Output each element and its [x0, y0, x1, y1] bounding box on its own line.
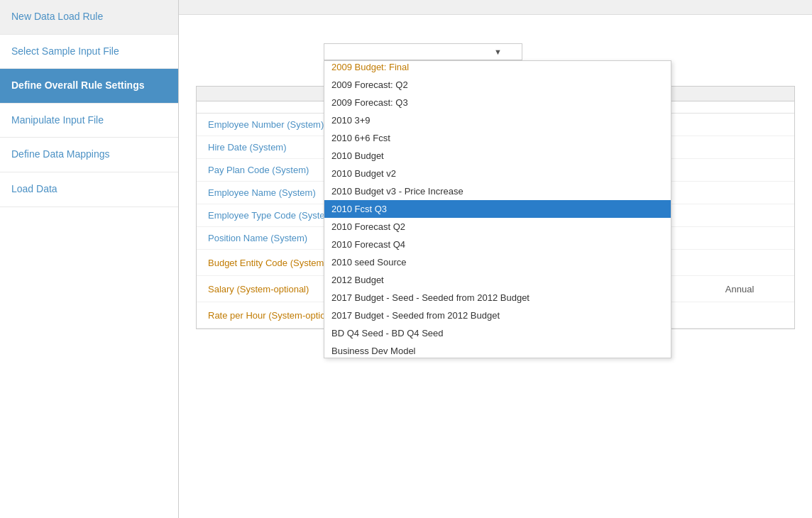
breadcrumb — [179, 0, 812, 15]
optional-col3-cell — [707, 250, 794, 276]
col3-cell — [707, 227, 794, 250]
dropdown-item-2012-budget[interactable]: 2012 Budget — [324, 271, 671, 289]
scenario-select-wrapper: ▼ Select a ScenarioDefault Scenario2009 … — [324, 43, 522, 60]
content-area: ▼ Select a ScenarioDefault Scenario2009 … — [179, 15, 812, 518]
dropdown-arrow-icon: ▼ — [494, 48, 502, 56]
col3-header — [707, 101, 794, 114]
col3-cell — [707, 159, 794, 182]
sidebar-item-define-overall-rule-settings[interactable]: Define Overall Rule Settings — [0, 69, 178, 104]
dropdown-item-2010-budget-v2[interactable]: 2010 Budget v2 — [324, 165, 671, 182]
dropdown-item-2010-seed-source[interactable]: 2010 seed Source — [324, 253, 671, 271]
dropdown-item-2009-budget-final[interactable]: 2009 Budget: Final — [324, 60, 671, 76]
sidebar-item-define-data-mappings[interactable]: Define Data Mappings — [0, 138, 178, 172]
dropdown-item-2009-forecast-q3[interactable]: 2009 Forecast: Q3 — [324, 94, 671, 111]
optional-col3-cell — [707, 302, 794, 329]
dropdown-item-bd-q4-seed[interactable]: BD Q4 Seed - BD Q4 Seed — [324, 324, 671, 342]
dropdown-item-2017-budget-seed-seeded-from-2012-budget[interactable]: 2017 Budget - Seed - Seeded from 2012 Bu… — [324, 289, 671, 307]
dropdown-item-business-dev-model[interactable]: Business Dev Model — [324, 342, 671, 358]
dropdown-item-2010-forecast-q2[interactable]: 2010 Forecast Q2 — [324, 218, 671, 236]
scenario-dropdown-list[interactable]: Select a ScenarioDefault Scenario2009 Bu… — [324, 60, 671, 358]
dropdown-item-2009-forecast-q2[interactable]: 2009 Forecast: Q2 — [324, 76, 671, 94]
sidebar-item-load-data[interactable]: Load Data — [0, 172, 178, 207]
scenario-row: ▼ Select a ScenarioDefault Scenario2009 … — [196, 43, 795, 60]
dropdown-item-2010-budget[interactable]: 2010 Budget — [324, 147, 671, 165]
dropdown-item-2017-budget-seeded-from-2012-budget[interactable]: 2017 Budget - Seeded from 2012 Budget — [324, 307, 671, 324]
dropdown-item-2010-forecast-q4[interactable]: 2010 Forecast Q4 — [324, 236, 671, 253]
scenario-select[interactable]: ▼ — [324, 43, 522, 60]
sidebar-item-new-data-load-rule[interactable]: New Data Load Rule — [0, 0, 178, 35]
optional-col3-cell: Annual — [707, 276, 794, 302]
suffix-label: Annual — [718, 284, 754, 294]
sidebar-item-manipulate-input-file[interactable]: Manipulate Input File — [0, 104, 178, 138]
sidebar: New Data Load RuleSelect Sample Input Fi… — [0, 0, 179, 518]
dropdown-item-2010-budget-v3[interactable]: 2010 Budget v3 - Price Increase — [324, 182, 671, 200]
dropdown-item-2010-fcst-q3[interactable]: 2010 Fcst Q3 — [324, 200, 671, 218]
main-content: ▼ Select a ScenarioDefault Scenario2009 … — [179, 0, 812, 518]
col3-cell — [707, 182, 794, 204]
sidebar-item-select-sample-input-file[interactable]: Select Sample Input File — [0, 35, 178, 70]
dropdown-item-2010-3p9[interactable]: 2010 3+9 — [324, 111, 671, 129]
col3-cell — [707, 204, 794, 227]
col3-cell — [707, 136, 794, 159]
dropdown-item-2010-6p6-fcst[interactable]: 2010 6+6 Fcst — [324, 129, 671, 147]
col3-cell — [707, 114, 794, 136]
